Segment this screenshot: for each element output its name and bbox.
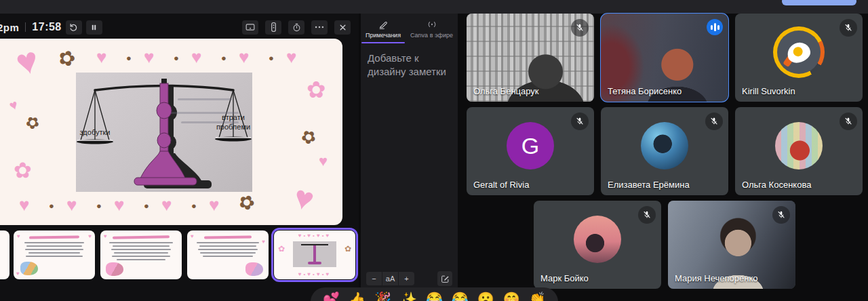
top-window-strip [0, 0, 868, 14]
participant-tile[interactable]: Kirill Suvorkin [735, 14, 863, 102]
reaction-emoji[interactable]: 🤭 [503, 291, 520, 301]
participant-tile[interactable]: Ольга Косенкова [735, 107, 863, 195]
clipped-blue-button[interactable] [782, 0, 856, 5]
font-increase-button[interactable]: + [399, 272, 414, 285]
remote-control-button[interactable] [265, 20, 281, 35]
pause-icon [90, 24, 98, 31]
heart-decoration: ♥ [19, 196, 29, 214]
participant-name: Марк Бойко [540, 273, 589, 283]
tulip-decoration: ✿ [235, 190, 258, 214]
timer-reset-button[interactable] [66, 20, 82, 35]
reaction-emoji[interactable]: 😮 [477, 291, 494, 301]
participant-name: Geralt of Rivia [473, 180, 529, 190]
flower-decoration: ✿ [56, 46, 78, 71]
emoji-reactions-bar: 💕 👍 🎉 ✨ 😂 😂 😮 🤭 👏 [311, 287, 558, 301]
slide-thumbnail[interactable]: ♥ [100, 230, 182, 279]
heart-decoration: ♥ [161, 196, 172, 214]
heart-decoration: ♥ [239, 48, 249, 66]
leaf-decoration: ✿ [298, 125, 319, 148]
participant-name: Ольга Косенкова [742, 180, 811, 190]
rose-decoration: ✿ [307, 78, 326, 101]
participant-name: Kirill Suvorkin [742, 86, 795, 96]
timer-pause-button[interactable] [86, 20, 102, 35]
presenter-view-icon [245, 23, 255, 31]
presentation-timer: 17:58 [32, 21, 61, 33]
mic-off-icon [705, 113, 723, 130]
reaction-emoji[interactable]: 😂 [452, 291, 469, 301]
reaction-emoji[interactable]: 🎉 [374, 291, 391, 301]
current-slide-canvas[interactable]: ♥ ✿ ♥ ● ♥ ● ♥ ● ♥ ● ♥ ✿ ♥ ✿ ✿ ✿ ♥ ♥ ♥ ● … [0, 39, 342, 225]
slide-filmstrip: ♥♥ ♥ ♥ ♥♥ ♥•♥•♥•♥ [0, 230, 359, 286]
mic-off-icon [840, 19, 857, 37]
slide-thumbnail[interactable]: ♥♥ ♥ [14, 230, 95, 279]
notes-font-controls: − aA + [366, 271, 452, 286]
edit-notes-button[interactable] [437, 271, 452, 286]
tab-canva-live[interactable]: Canva в эфире [410, 20, 453, 43]
audio-activity-icon [707, 19, 723, 35]
participant-tile[interactable]: Елизавета Ерёмина [601, 107, 728, 195]
mic-off-icon [772, 206, 790, 224]
slide-thumbnail-selected[interactable]: ♥•♥•♥•♥ ✿ ✿ ♥•♥•♥•♥ [274, 230, 355, 279]
stopwatch-button[interactable] [288, 20, 304, 35]
tulip-decoration: ♥ [319, 154, 328, 169]
avatar [775, 122, 823, 169]
font-size-button[interactable]: aA [382, 272, 398, 285]
scales-photo: здобутки втрати проблеми [76, 73, 252, 192]
dot-decoration: ● [49, 201, 54, 210]
heart-decoration: ♥ [96, 48, 106, 66]
participant-tile[interactable]: Мария Нечепоренко [668, 201, 795, 289]
participant-tile[interactable]: Марк Бойко [534, 201, 661, 289]
reaction-emoji[interactable]: 😂 [426, 291, 443, 301]
slide-thumbnail[interactable]: ♥♥ [187, 230, 269, 279]
heart-decoration: ♥ [66, 196, 77, 214]
font-decrease-button[interactable]: − [366, 272, 382, 285]
reaction-emoji[interactable]: 💕 [323, 291, 340, 301]
dot-decoration: ● [221, 54, 226, 62]
rose-decoration: ✿ [14, 159, 32, 181]
more-options-button[interactable] [311, 20, 328, 35]
participant-name: Елизавета Ерёмина [608, 180, 690, 190]
tab-notes-label: Примечания [366, 32, 401, 39]
notes-editor-placeholder[interactable]: Добавьте к дизайну заметки [361, 43, 458, 87]
avatar [641, 122, 688, 169]
presenter-toolbar: 2pm 17:58 [0, 18, 359, 37]
reaction-emoji[interactable]: 👏 [529, 291, 546, 301]
heart-decoration: ♥ [191, 48, 201, 66]
right-pan-label-line1: втрати [222, 113, 245, 121]
presenter-view-button[interactable] [242, 20, 258, 35]
participant-tile[interactable]: G Geralt of Rivia [467, 107, 594, 195]
participant-tile-speaking[interactable]: Тетяна Борисенко [601, 14, 728, 102]
meeting-participants-area: Ольга Бенцарук Тетяна Борисенко Kirill S… [458, 14, 868, 301]
heart-decoration: ♥ [291, 180, 317, 216]
participant-grid: Ольга Бенцарук Тетяна Борисенко Kirill S… [467, 14, 863, 289]
reaction-emoji[interactable]: ✨ [400, 291, 417, 301]
canva-presenter-window: 2pm 17:58 [0, 14, 359, 301]
dot-decoration: ● [144, 201, 149, 210]
tab-notes[interactable]: Примечания [366, 20, 401, 43]
notes-tabs: Примечания Canva в эфире [361, 14, 458, 43]
slide-thumbnail[interactable] [0, 230, 9, 279]
left-pan-label: здобутки [80, 128, 111, 136]
tab-canva-live-label: Canva в эфире [410, 32, 453, 39]
heart-decoration: ♥ [114, 196, 124, 214]
dot-decoration: ● [126, 54, 132, 62]
heart-decoration: ♥ [144, 48, 154, 66]
broadcast-icon [427, 20, 437, 29]
heart-decoration: ♥ [286, 48, 296, 66]
dot-decoration: ● [174, 54, 179, 62]
right-pan-label-line2: проблеми [216, 123, 250, 131]
reaction-emoji[interactable]: 👍 [349, 291, 366, 301]
mic-off-icon [638, 206, 656, 224]
close-button[interactable] [334, 20, 351, 35]
edit-pencil-icon [441, 275, 450, 283]
reset-icon [69, 23, 78, 32]
avatar-initial: G [507, 122, 554, 169]
dot-decoration: ● [269, 54, 274, 62]
canva-notes-panel: Примечания Canva в эфире Добавьте к диза… [361, 14, 458, 301]
more-icon [315, 26, 324, 28]
avatar [773, 26, 825, 78]
leaf-decoration: ✿ [22, 112, 43, 133]
heart-decoration: ♥ [7, 98, 20, 113]
divider [25, 22, 26, 32]
participant-tile[interactable]: Ольга Бенцарук [467, 14, 594, 102]
